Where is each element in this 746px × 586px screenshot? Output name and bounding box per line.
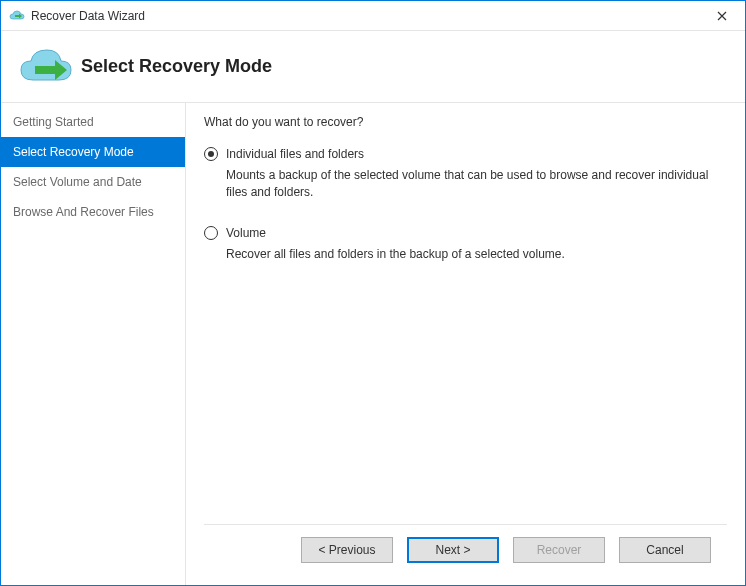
sidebar-step-select-volume-and-date[interactable]: Select Volume and Date — [1, 167, 185, 197]
radio-individual-files[interactable] — [204, 147, 218, 161]
content: What do you want to recover? Individual … — [186, 103, 745, 585]
option-label: Individual files and folders — [226, 147, 364, 161]
option-individual-files[interactable]: Individual files and folders Mounts a ba… — [204, 147, 727, 202]
next-button[interactable]: Next > — [407, 537, 499, 563]
page-title: Select Recovery Mode — [81, 56, 272, 77]
cancel-button[interactable]: Cancel — [619, 537, 711, 563]
sidebar-step-getting-started[interactable]: Getting Started — [1, 107, 185, 137]
app-cloud-icon — [9, 9, 25, 23]
window-title: Recover Data Wizard — [31, 9, 699, 23]
sidebar: Getting Started Select Recovery Mode Sel… — [1, 103, 186, 585]
sidebar-step-browse-and-recover-files[interactable]: Browse And Recover Files — [1, 197, 185, 227]
close-icon[interactable] — [699, 1, 745, 31]
body: Getting Started Select Recovery Mode Sel… — [1, 103, 745, 585]
option-description: Recover all files and folders in the bac… — [226, 246, 727, 263]
option-description: Mounts a backup of the selected volume t… — [226, 167, 727, 202]
content-inner: What do you want to recover? Individual … — [204, 115, 727, 524]
cloud-recover-icon — [13, 46, 77, 88]
recover-button: Recover — [513, 537, 605, 563]
sidebar-step-select-recovery-mode[interactable]: Select Recovery Mode — [1, 137, 185, 167]
titlebar: Recover Data Wizard — [1, 1, 745, 31]
question-text: What do you want to recover? — [204, 115, 727, 129]
radio-volume[interactable] — [204, 226, 218, 240]
wizard-window: Recover Data Wizard Select Recovery Mode… — [0, 0, 746, 586]
footer: < Previous Next > Recover Cancel — [204, 524, 727, 575]
option-label: Volume — [226, 226, 266, 240]
option-volume[interactable]: Volume Recover all files and folders in … — [204, 226, 727, 263]
header: Select Recovery Mode — [1, 31, 745, 103]
previous-button[interactable]: < Previous — [301, 537, 393, 563]
